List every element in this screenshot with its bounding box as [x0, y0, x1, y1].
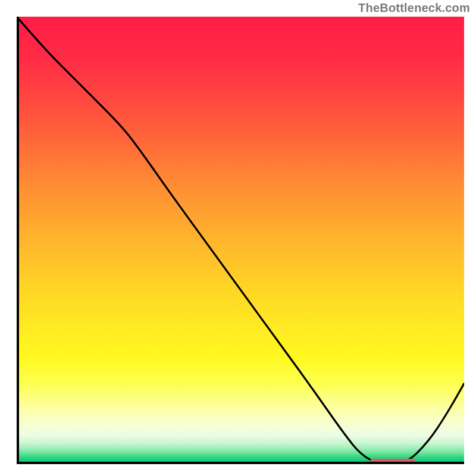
plot-area	[17, 17, 464, 464]
optimal-zone-marker	[370, 459, 415, 464]
bottleneck-curve	[17, 17, 464, 464]
chart-container: TheBottleneck.com	[0, 0, 476, 476]
attribution-text: TheBottleneck.com	[358, 1, 470, 15]
